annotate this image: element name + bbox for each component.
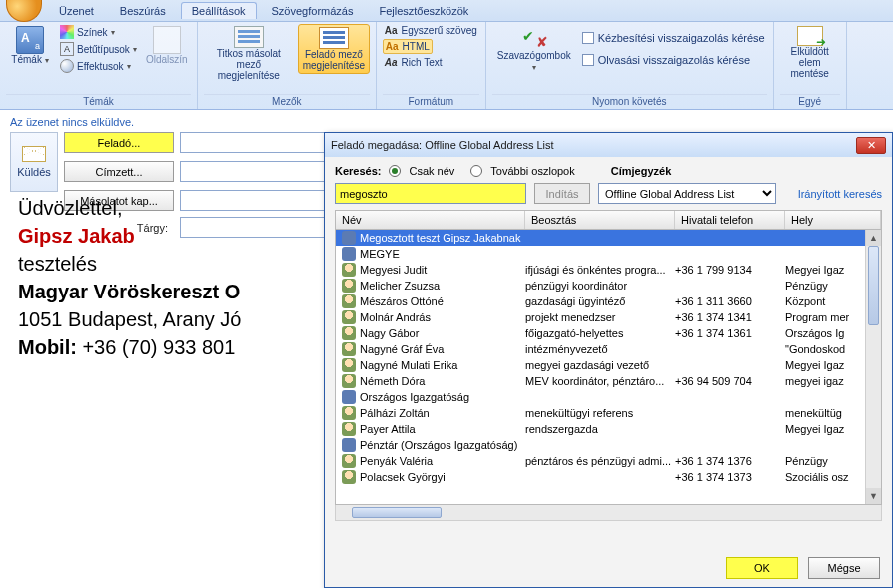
result-row[interactable]: Molnár Andrásprojekt menedzser+36 1 374 … — [336, 309, 881, 325]
close-button[interactable]: ✕ — [856, 137, 886, 154]
result-row[interactable]: MEGYE — [336, 246, 881, 262]
tab-textformat[interactable]: Szövegformázás — [261, 2, 365, 19]
result-row[interactable]: Penyák Valériapénztáros és pénzügyi admi… — [336, 453, 881, 469]
to-button[interactable]: Címzett... — [64, 161, 174, 182]
results-body: Megosztott teszt Gipsz JakabnakMEGYEMegy… — [335, 230, 882, 505]
effects-label: Effektusok — [77, 61, 124, 72]
col-position[interactable]: Beosztás — [525, 211, 675, 229]
col-name[interactable]: Név — [336, 211, 525, 229]
dialog-footer: OK Mégse — [325, 549, 892, 587]
result-row[interactable]: Payer AttilarendszergazdaMegyei Igaz — [336, 421, 881, 437]
tab-message[interactable]: Üzenet — [48, 2, 105, 19]
voting-buttons[interactable]: ✔ ✘ Szavazógombok ▾ — [492, 24, 576, 74]
group-format: Aa Egyszerű szöveg Aa HTML Aa Rich Text … — [377, 22, 486, 109]
result-row[interactable]: Országos Igazgatóság — [336, 389, 881, 405]
horizontal-scrollbar[interactable] — [335, 505, 882, 521]
result-row[interactable]: Pénztár (Országos Igazgatóság) — [336, 437, 881, 453]
tab-insert[interactable]: Beszúrás — [109, 2, 177, 19]
read-receipt-label: Olvasási visszaigazolás kérése — [598, 54, 750, 66]
person-icon — [342, 470, 356, 484]
scroll-up-icon[interactable]: ▲ — [866, 230, 881, 246]
themes-label: Témák — [11, 54, 42, 65]
result-row[interactable]: Melicher Zsuzsapénzügyi koordinátorPénzü… — [336, 278, 881, 294]
show-from-button[interactable]: Feladó mező megjelenítése — [298, 24, 370, 74]
col-location[interactable]: Hely — [785, 211, 881, 229]
person-icon — [342, 310, 356, 324]
save-sent-button[interactable]: ➜ Elküldött elem mentése — [780, 24, 840, 81]
group-icon — [342, 247, 356, 261]
result-row[interactable]: Nagyné Mulati Erikamegyei gazdasági veze… — [336, 357, 881, 373]
cell-name: Megosztott teszt Gipsz Jakabnak — [360, 232, 525, 244]
cell-name: Polacsek Györgyi — [360, 471, 525, 483]
result-row[interactable]: Nagyné Gráf Évaintézményvezető"Gondoskod — [336, 341, 881, 357]
from-icon — [319, 27, 349, 49]
group-tracking: ✔ ✘ Szavazógombok ▾ Kézbesítési visszaig… — [486, 22, 774, 109]
delivery-receipt-checkbox[interactable]: Kézbesítési visszaigazolás kérése — [580, 30, 767, 46]
format-plain-button[interactable]: Aa Egyszerű szöveg — [383, 24, 479, 37]
search-more-cols-radio[interactable] — [470, 165, 482, 177]
addressbook-select[interactable]: Offline Global Address List — [598, 183, 776, 204]
colors-dropdown[interactable]: Színek ▾ — [58, 24, 139, 40]
themes-gallery[interactable]: A a Témák ▾ — [6, 24, 54, 67]
ok-button[interactable]: OK — [726, 557, 798, 579]
colors-label: Színek — [77, 27, 108, 38]
advanced-search-link[interactable]: Irányított keresés — [798, 188, 882, 200]
show-bcc-label: Titkos másolat mező megjelenítése — [208, 48, 290, 81]
cell-name: Melicher Zsuzsa — [360, 280, 525, 292]
message-body[interactable]: Üdvözlettel, Gipsz Jakab tesztelés Magya… — [18, 180, 242, 361]
cell-position: megyei gazdasági vezető — [525, 359, 675, 371]
cell-name: Payer Attila — [360, 423, 525, 435]
result-row[interactable]: Nagy Gáborfőigazgató-helyettes+36 1 374 … — [336, 325, 881, 341]
format-html-button[interactable]: Aa HTML — [383, 39, 433, 54]
read-receipt-checkbox[interactable]: Olvasási visszaigazolás kérése — [580, 52, 767, 68]
save-sent-label: Elküldött elem mentése — [782, 46, 838, 79]
signature-role: tesztelés — [18, 250, 242, 278]
addressbook-label: Címjegyzék — [611, 165, 672, 177]
envelope-icon — [22, 146, 46, 162]
cell-position: gazdasági ügyintéző — [525, 295, 675, 307]
page-color-icon — [153, 26, 181, 54]
cell-phone: +36 94 509 704 — [675, 375, 785, 387]
cell-name: Penyák Valéria — [360, 455, 525, 467]
cell-name: Molnár András — [360, 311, 525, 323]
group-icon — [342, 438, 356, 452]
checkbox-icon — [582, 54, 594, 66]
chevron-down-icon: ▾ — [532, 63, 536, 72]
col-phone[interactable]: Hivatali telefon — [675, 211, 785, 229]
result-row[interactable]: Megyesi Juditifjúsági és önkéntes progra… — [336, 262, 881, 278]
tab-developer[interactable]: Fejlesztőeszközök — [368, 2, 479, 19]
group-fields-label: Mezők — [204, 94, 370, 109]
page-color-button[interactable]: Oldalszín — [143, 24, 191, 67]
result-row[interactable]: Pálházi Zoltánmenekültügyi referensmenek… — [336, 405, 881, 421]
show-bcc-button[interactable]: Titkos másolat mező megjelenítése — [204, 24, 294, 83]
search-input[interactable] — [335, 183, 526, 204]
cancel-button[interactable]: Mégse — [808, 557, 880, 579]
search-only-name-radio[interactable] — [389, 165, 401, 177]
search-go-button[interactable]: Indítás — [534, 183, 590, 204]
scroll-down-icon[interactable]: ▼ — [866, 488, 881, 504]
effects-dropdown[interactable]: Effektusok ▾ — [58, 58, 139, 74]
send-label: Küldés — [17, 166, 51, 178]
from-button[interactable]: Feladó... — [64, 132, 174, 153]
cell-phone: +36 1 374 1376 — [675, 455, 785, 467]
plaintext-icon: Aa — [385, 25, 398, 36]
result-row[interactable]: Mészáros Ottónégazdasági ügyintéző+36 1 … — [336, 294, 881, 309]
bcc-icon — [234, 26, 264, 48]
result-row[interactable]: Polacsek Györgyi+36 1 374 1373Szociális … — [336, 469, 881, 485]
group-icon — [342, 231, 356, 245]
dialog-titlebar: Feladó megadása: Offline Global Address … — [325, 133, 892, 157]
format-rich-button[interactable]: Aa Rich Text — [383, 56, 445, 69]
person-icon — [342, 326, 356, 340]
fonts-dropdown[interactable]: A Betűtípusok ▾ — [58, 41, 139, 57]
results-header: Név Beosztás Hivatali telefon Hely — [335, 210, 882, 230]
scroll-thumb[interactable] — [868, 246, 879, 325]
html-icon: Aa — [386, 41, 399, 52]
result-row[interactable]: Németh DóraMEV koordinátor, pénztáro...+… — [336, 373, 881, 389]
signature-greeting: Üdvözlettel, — [18, 194, 242, 222]
vertical-scrollbar[interactable]: ▲ ▼ — [865, 230, 881, 504]
cell-position: főigazgató-helyettes — [525, 327, 675, 339]
result-row[interactable]: Megosztott teszt Gipsz Jakabnak — [336, 230, 881, 246]
hscroll-thumb[interactable] — [352, 507, 442, 518]
tab-options[interactable]: Beállítások — [181, 2, 257, 19]
cell-name: Megyesi Judit — [360, 264, 525, 276]
